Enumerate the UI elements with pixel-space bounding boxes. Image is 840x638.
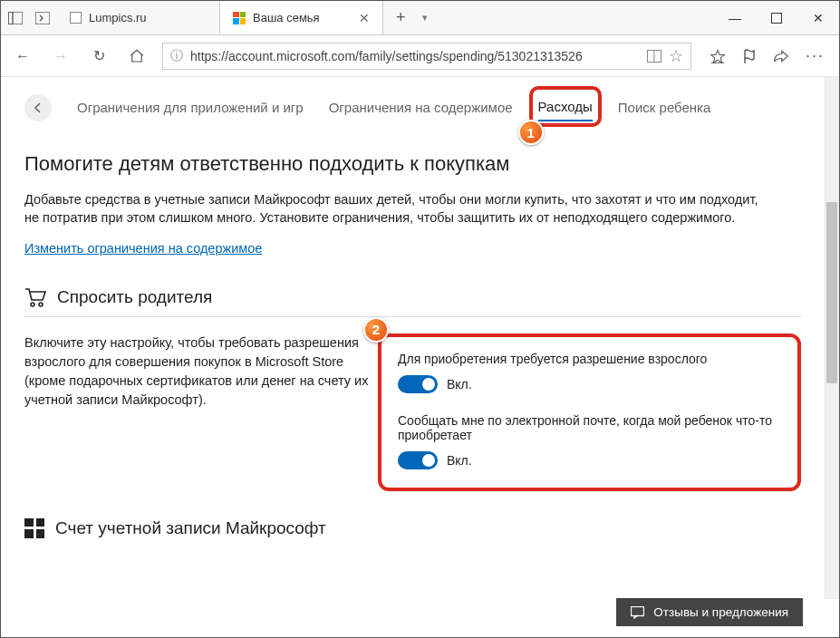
- account-section-header: Счет учетной записи Майкрософт: [24, 518, 801, 538]
- toggle-email-notify[interactable]: [398, 451, 438, 469]
- svg-rect-3: [772, 13, 782, 23]
- nav-tab-spending[interactable]: Расходы: [538, 93, 593, 121]
- address-bar: ← → ↻ ⓘ https://account.microsoft.com/fa…: [1, 35, 839, 77]
- nav-tab-content[interactable]: Ограничения на содержимое: [329, 94, 513, 121]
- cart-icon: [24, 287, 46, 307]
- svg-rect-0: [8, 12, 23, 24]
- close-tab-icon[interactable]: ✕: [359, 11, 370, 25]
- svg-rect-10: [632, 606, 644, 615]
- notes-icon[interactable]: [742, 48, 757, 64]
- share-icon[interactable]: [773, 49, 789, 63]
- tabs-overview-icon[interactable]: [8, 12, 23, 24]
- browser-tab-2[interactable]: Ваша семья ✕: [220, 1, 383, 34]
- reading-view-icon[interactable]: [647, 50, 661, 63]
- minimize-button[interactable]: —: [714, 1, 756, 34]
- nav-tab-find-child[interactable]: Поиск ребенка: [618, 94, 711, 121]
- nav-forward-button: →: [48, 48, 73, 64]
- page-description: Добавьте средства в учетные записи Майкр…: [24, 190, 768, 227]
- toggle-email-notify-state: Вкл.: [447, 453, 472, 468]
- ask-parent-title: Спросить родителя: [57, 287, 212, 307]
- family-tabs-nav: Ограничения для приложений и игр Огранич…: [24, 93, 801, 121]
- svg-rect-1: [8, 12, 13, 24]
- url-field[interactable]: ⓘ https://account.microsoft.com/family/s…: [162, 43, 691, 70]
- window-tab-controls: [1, 1, 57, 34]
- maximize-button[interactable]: [756, 1, 797, 34]
- section-divider: [24, 316, 801, 317]
- ask-parent-description: Включите эту настройку, чтобы требовать …: [24, 334, 369, 491]
- toggle-adult-permission-state: Вкл.: [447, 377, 472, 392]
- ask-parent-settings-panel: Для приобретения требуется разрешение вз…: [378, 334, 801, 491]
- close-window-button[interactable]: ✕: [797, 1, 839, 34]
- scrollbar-track[interactable]: [825, 77, 839, 599]
- site-info-icon[interactable]: ⓘ: [170, 48, 183, 64]
- nav-tab-apps-games[interactable]: Ограничения для приложений и игр: [77, 94, 304, 121]
- refresh-button[interactable]: ↻: [86, 47, 111, 64]
- favorites-hub-icon[interactable]: [710, 49, 726, 63]
- annotation-badge-2: 2: [363, 317, 389, 343]
- svg-point-8: [31, 303, 34, 306]
- toolbar-right: ···: [704, 46, 830, 65]
- microsoft-grid-icon: [24, 518, 44, 538]
- url-text: https://account.microsoft.com/family/set…: [190, 49, 640, 63]
- tabs-aside-icon[interactable]: [35, 12, 50, 24]
- setting-email-notify-label: Сообщать мне по электронной почте, когда…: [398, 413, 781, 442]
- feedback-button[interactable]: Отзывы и предложения: [616, 598, 803, 626]
- favorite-star-icon[interactable]: ☆: [669, 46, 683, 66]
- account-section-title: Счет учетной записи Майкрософт: [55, 518, 326, 538]
- page-title: Помогите детям ответственно подходить к …: [24, 152, 801, 176]
- browser-tab-1[interactable]: Lumpics.ru: [57, 1, 220, 34]
- feedback-label: Отзывы и предложения: [653, 605, 788, 619]
- toggle-adult-permission[interactable]: [398, 375, 438, 393]
- nav-back-circle[interactable]: [24, 94, 52, 121]
- window-controls: — ✕: [714, 1, 839, 34]
- nav-back-button[interactable]: ←: [10, 48, 35, 64]
- page-content: Ограничения для приложений и игр Огранич…: [1, 77, 825, 599]
- page-icon: [70, 12, 82, 24]
- window-titlebar: Lumpics.ru Ваша семья ✕ + ▾ — ✕: [1, 1, 839, 35]
- change-content-restrictions-link[interactable]: Изменить ограничения на содержимое: [24, 241, 262, 256]
- setting-adult-permission-label: Для приобретения требуется разрешение вз…: [398, 352, 781, 366]
- microsoft-logo-icon: [233, 12, 246, 24]
- ask-parent-section-header: Спросить родителя: [24, 287, 801, 307]
- tab-title: Lumpics.ru: [89, 11, 147, 24]
- annotation-badge-1: 1: [518, 120, 544, 145]
- scrollbar-thumb[interactable]: [826, 202, 837, 383]
- tab-title: Ваша семья: [253, 11, 320, 24]
- more-menu-icon[interactable]: ···: [806, 46, 825, 65]
- new-tab-button[interactable]: +: [383, 1, 419, 34]
- chat-icon: [631, 606, 644, 619]
- home-button[interactable]: [124, 48, 150, 64]
- svg-point-9: [39, 303, 43, 306]
